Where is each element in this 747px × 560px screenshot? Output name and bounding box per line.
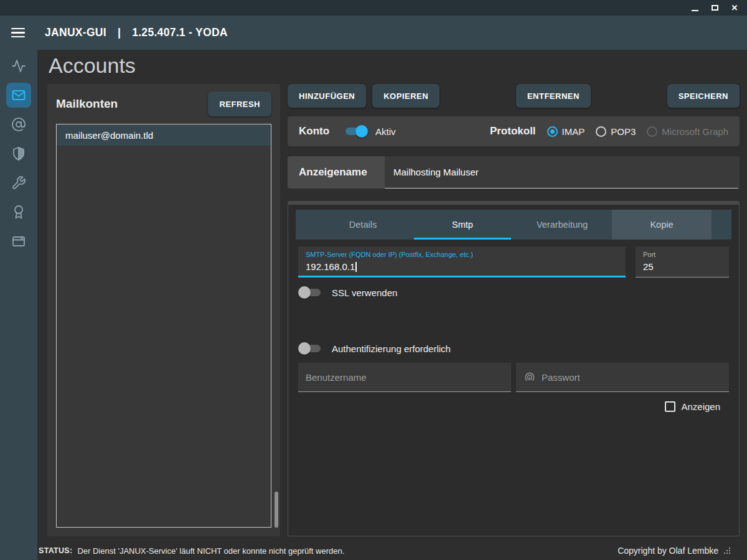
protocol-label: Protokoll (490, 125, 536, 138)
smtp-tab-body: SMTP-Server (FQDN oder IP) (Postfix, Exc… (296, 240, 731, 412)
close-button[interactable]: ✕ (725, 0, 745, 16)
maximize-icon (712, 5, 718, 11)
text-caret (355, 262, 357, 272)
resize-grip[interactable] (723, 547, 731, 554)
radio-icon (596, 126, 606, 137)
status-message: Der Dienst 'JANUX-Service' läuft NICHT o… (77, 546, 344, 556)
username-field (298, 363, 511, 392)
tab-smtp[interactable]: Smtp (413, 210, 512, 240)
radio-disabled-icon (647, 126, 657, 137)
status-label: STATUS: (39, 546, 72, 555)
app-title: JANUX-GUI | 1.25.407.1 - YODA (45, 26, 228, 39)
maximize-button[interactable] (705, 0, 725, 16)
title-separator: | (118, 26, 121, 39)
sidebar-item-tools[interactable] (6, 170, 31, 195)
sidebar-item-at-sign[interactable] (6, 112, 31, 137)
sidebar-item-app-window[interactable] (6, 229, 31, 254)
mail-accounts-title: Mailkonten (56, 97, 118, 111)
minimize-button[interactable] (685, 0, 705, 16)
show-password-label: Anzeigen (681, 401, 720, 412)
mail-accounts-list: mailuser@domain.tld (56, 124, 271, 528)
sidebar-item-security[interactable] (6, 141, 31, 166)
ssl-toggle[interactable] (298, 286, 322, 299)
account-toolbar: HINZUFÜGEN KOPIEREN ENTFERNEN SPEICHERN (288, 84, 740, 108)
hamburger-icon (11, 28, 25, 30)
smtp-server-value: 192.168.0.1 (306, 261, 355, 272)
smtp-port-field[interactable]: Port 25 (636, 246, 729, 278)
shield-icon (11, 146, 26, 161)
wrench-icon (11, 175, 26, 190)
sidebar-item-activity[interactable] (6, 54, 31, 78)
mail-accounts-panel: Mailkonten REFRESH mailuser@domain.tld (47, 84, 280, 536)
ssl-toggle-label: SSL verwenden (332, 287, 397, 298)
smtp-server-field[interactable]: SMTP-Server (FQDN oder IP) (Postfix, Exc… (298, 246, 626, 278)
add-button[interactable]: HINZUFÜGEN (288, 84, 366, 108)
activity-icon (11, 58, 26, 73)
sidebar-item-license[interactable] (6, 200, 31, 225)
protocol-option-pop3[interactable]: POP3 (596, 126, 636, 137)
page-title: Accounts (49, 54, 740, 78)
username-input[interactable] (306, 372, 504, 383)
copyright-text: Copyright by Olaf Lembke (618, 546, 718, 556)
menu-button[interactable] (11, 28, 26, 38)
auth-toggle-label: Authentifizierung erforderlich (332, 343, 451, 354)
protocol-option-microsoft-graph: Microsoft Graph (647, 126, 728, 137)
window-titlebar: ✕ (0, 0, 747, 16)
protocol-option-imap[interactable]: IMAP (547, 126, 585, 137)
display-name-row: Anzeigename (288, 156, 740, 189)
mail-account-list-item[interactable]: mailuser@domain.tld (57, 124, 271, 146)
mail-icon (11, 88, 26, 103)
smtp-port-value: 25 (643, 261, 721, 272)
refresh-button[interactable]: REFRESH (208, 91, 271, 116)
close-icon: ✕ (731, 3, 738, 12)
sidebar (0, 50, 37, 560)
account-detail-panel: Details Smtp Verarbeitung Kopie SMTP-Ser… (288, 201, 740, 536)
konto-label: Konto (299, 125, 329, 138)
tab-details[interactable]: Details (313, 210, 413, 240)
display-name-input[interactable] (385, 156, 740, 189)
tab-kopie[interactable]: Kopie (612, 210, 712, 240)
minimize-icon (692, 10, 698, 11)
display-name-label: Anzeigename (288, 156, 385, 189)
app-name: JANUX-GUI (45, 26, 106, 39)
radio-selected-icon (547, 126, 558, 137)
app-header: JANUX-GUI | 1.25.407.1 - YODA (0, 16, 747, 50)
fingerprint-icon (524, 371, 536, 383)
sidebar-item-mail[interactable] (6, 83, 31, 108)
app-version: 1.25.407.1 - YODA (132, 26, 228, 39)
tabstrip: Details Smtp Verarbeitung Kopie (296, 210, 731, 240)
account-active-toggle[interactable] (344, 125, 368, 138)
smtp-port-label: Port (643, 251, 721, 258)
save-button[interactable]: SPEICHERN (667, 84, 740, 108)
scrollbar-thumb[interactable] (275, 492, 278, 528)
show-password-checkbox[interactable] (665, 401, 675, 412)
smtp-server-label: SMTP-Server (FQDN oder IP) (Postfix, Exc… (306, 251, 618, 258)
at-sign-icon (11, 117, 26, 132)
password-input[interactable] (542, 372, 721, 383)
main-area: Accounts Mailkonten REFRESH mailuser@dom… (37, 50, 747, 560)
protocol-group: Protokoll IMAP POP3 Microsoft Graph (490, 125, 728, 138)
copy-button[interactable]: KOPIEREN (372, 84, 439, 108)
account-state-row: Konto Aktiv Protokoll IMAP POP3 (288, 116, 740, 146)
award-icon (11, 205, 26, 220)
active-toggle-label: Aktiv (375, 126, 396, 137)
remove-button[interactable]: ENTFERNEN (516, 84, 591, 108)
app-window-icon (11, 234, 26, 249)
status-bar: STATUS: Der Dienst 'JANUX-Service' läuft… (39, 541, 740, 560)
tab-verarbeitung[interactable]: Verarbeitung (512, 210, 612, 240)
auth-required-toggle[interactable] (298, 342, 322, 355)
password-field (516, 363, 729, 392)
